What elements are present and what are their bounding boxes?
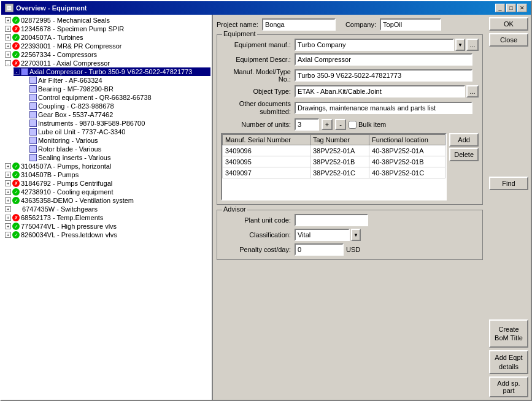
equip-manuf-input[interactable]: [295, 39, 454, 51]
table-row[interactable]: 340909538PV252-01B40-38PV252-01B: [223, 156, 445, 167]
expand-btn[interactable]: +: [5, 34, 11, 40]
tree-item-rotor-blade[interactable]: Rotor blade - Various: [22, 145, 210, 153]
close-button[interactable]: Close: [489, 33, 528, 47]
add-delete-buttons: Add Delete: [449, 133, 479, 200]
tree-item-3104507B[interactable]: + ✓ 3104507B - Pumps: [5, 170, 210, 179]
expand-btn[interactable]: +: [5, 215, 11, 221]
bulk-item-label: Bulk item: [349, 121, 386, 129]
tree-item-lube-oil[interactable]: Lube oil Unit - 7737-AC-3340: [22, 128, 210, 136]
tree-item-control-eq[interactable]: Control equipment - QR-66382-66738: [22, 93, 210, 102]
expand-btn[interactable]: +: [5, 43, 11, 49]
manuf-model-input[interactable]: [295, 69, 472, 82]
tree-item-2004507A[interactable]: + ✓ 2004507A - Turbines: [5, 33, 210, 42]
add-button[interactable]: Add: [449, 133, 479, 147]
expand-btn[interactable]: +: [5, 17, 11, 23]
col-funcloc: Functional location: [369, 135, 445, 145]
expand-btn[interactable]: +: [5, 180, 11, 186]
object-type-ellipsis[interactable]: ...: [466, 85, 479, 97]
expand-btn[interactable]: -: [5, 60, 11, 66]
col-tag: Tag Number: [310, 135, 369, 145]
project-input[interactable]: [262, 18, 336, 31]
equip-manuf-ellipsis[interactable]: ...: [466, 39, 479, 51]
status-icon-green: ✓: [12, 231, 20, 239]
table-cell: 40-38PV252-01C: [369, 167, 445, 178]
equip-manuf-wrapper: ▼ ...: [295, 39, 479, 51]
plant-unit-input[interactable]: [295, 214, 368, 226]
advisor-section: Advisor Plant unit code: Classification:…: [217, 210, 483, 260]
penalty-cost-input[interactable]: [295, 243, 344, 256]
classification-input[interactable]: [295, 229, 350, 241]
classification-row: Classification: ▼: [221, 229, 479, 241]
tree-item-3104507A[interactable]: + ✓ 3104507A - Pumps, horizontal: [5, 162, 210, 170]
tree-item-sealing[interactable]: Sealing inserts - Various: [22, 153, 210, 162]
other-docs-input[interactable]: [295, 102, 472, 114]
num-units-row: Number of units: + - Bulk item: [221, 118, 479, 131]
tree-item-22703011[interactable]: - ✗ 22703011 - Axial Compressor: [5, 59, 210, 67]
tree-item-43635358[interactable]: + ✓ 43635358-DEMO - Ventilation system: [5, 196, 210, 205]
tree-item-gear-box[interactable]: Gear Box - 5537-A77462: [22, 110, 210, 119]
find-button[interactable]: Find: [489, 177, 528, 190]
tree-item-02872995[interactable]: + ✓ 02872995 - Mechanical Seals: [5, 16, 210, 25]
table-row[interactable]: 340909738PV252-01C40-38PV252-01C: [223, 167, 445, 178]
window-close-button[interactable]: ✕: [517, 4, 527, 12]
expand-btn[interactable]: +: [5, 223, 11, 229]
classification-arrow[interactable]: ▼: [351, 229, 361, 241]
tree-item-6747435W[interactable]: + 6747435W - Switchgears: [5, 205, 210, 213]
table-cell: 38PV252-01A: [310, 145, 369, 156]
expand-btn[interactable]: -: [13, 69, 20, 75]
expand-btn[interactable]: +: [5, 163, 11, 169]
usd-label: USD: [346, 246, 360, 253]
expand-btn[interactable]: +: [5, 206, 11, 212]
item-icon-blue: [29, 120, 37, 127]
object-type-input[interactable]: [295, 85, 465, 97]
bulk-item-checkbox[interactable]: [349, 121, 357, 129]
tree-label: 68562173 - Temp.Elements: [21, 214, 103, 221]
company-input[interactable]: [380, 18, 441, 31]
expand-btn[interactable]: +: [5, 172, 11, 178]
equip-descr-row: Equipment Descr.:: [221, 53, 479, 66]
expand-btn[interactable]: +: [5, 26, 11, 32]
other-docs-label: Other documents submitted:: [221, 100, 295, 116]
expand-btn[interactable]: +: [5, 52, 11, 58]
units-input[interactable]: [295, 118, 319, 131]
tree-item-coupling[interactable]: Coupling - C-823-988678: [22, 102, 210, 110]
tree-label: Monitoring - Various: [38, 137, 98, 144]
tree-item-42738910[interactable]: + ✓ 42738910 - Cooling equipment: [5, 188, 210, 196]
project-label: Project name:: [217, 21, 258, 28]
tree-item-68562173[interactable]: + ✗ 68562173 - Temp.Elements: [5, 213, 210, 222]
tree-item-7750474VL[interactable]: + ✓ 7750474VL - High pressure vlvs: [5, 222, 210, 231]
item-icon-blue: [29, 85, 37, 93]
add-sp-part-button[interactable]: Add sp. part: [489, 376, 528, 397]
expand-btn[interactable]: +: [5, 189, 11, 195]
object-type-label: Object Type:: [221, 88, 295, 95]
tree-item-bearing[interactable]: Bearing - MF-798290-BR: [22, 85, 210, 93]
units-increment-btn[interactable]: +: [322, 119, 333, 130]
tree-item-12345678[interactable]: + ✗ 12345678 - Specimen Pump SPIR: [5, 25, 210, 33]
units-row: + - Bulk item: [295, 118, 386, 131]
table-row[interactable]: 340909638PV252-01A40-38PV252-01A: [223, 145, 445, 156]
tree-label: Bearing - MF-798290-BR: [38, 85, 114, 93]
tree-item-monitoring[interactable]: Monitoring - Various: [22, 136, 210, 145]
add-eqpt-details-button[interactable]: Add Eqpt details: [489, 350, 528, 374]
expand-btn[interactable]: +: [5, 232, 11, 238]
tree-item-31846792[interactable]: + ✗ 31846792 - Pumps Centrifugal: [5, 179, 210, 188]
units-decrement-btn[interactable]: -: [335, 119, 346, 130]
tree-item-air-filter[interactable]: Air Filter - AF-663324: [22, 76, 210, 85]
equip-manuf-dropdown-arrow[interactable]: ▼: [455, 39, 465, 51]
maximize-button[interactable]: □: [506, 4, 516, 12]
tree-item-22393001[interactable]: + ✗ 22393001 - MR& PR Compressor: [5, 42, 210, 50]
table-cell: 3409097: [223, 167, 310, 178]
equip-descr-input[interactable]: [295, 53, 472, 66]
tree-item-axial-selected[interactable]: - Axial Compressor - Turbo 350-9 V622-50…: [13, 67, 210, 76]
tree-item-instruments[interactable]: Instruments - 9870-93F589-P86700: [22, 119, 210, 128]
delete-button[interactable]: Delete: [449, 148, 479, 161]
create-bom-title-button[interactable]: Create BoM Title: [489, 319, 528, 348]
item-icon: [21, 68, 28, 75]
penalty-cost-label: Penalty cost/day:: [221, 246, 295, 253]
ok-button[interactable]: OK: [489, 17, 528, 31]
tree-item-8260034VL[interactable]: + ✓ 8260034VL - Press.letdown vlvs: [5, 231, 210, 239]
expand-btn[interactable]: +: [5, 197, 11, 204]
minimize-button[interactable]: _: [495, 4, 505, 12]
manuf-model-label: Manuf. Model/Type No.:: [221, 68, 295, 83]
tree-item-22567334[interactable]: + ✓ 22567334 - Compressors: [5, 50, 210, 59]
